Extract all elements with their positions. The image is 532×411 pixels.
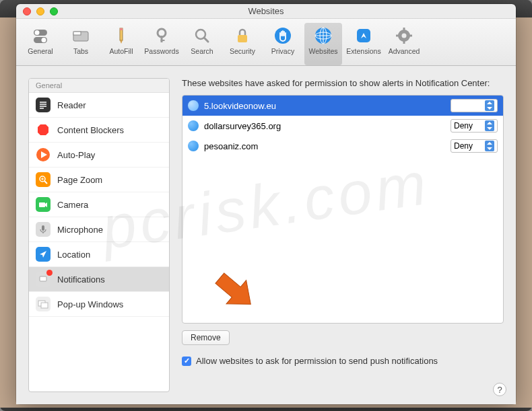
switch-icon xyxy=(30,26,51,46)
toolbar-label: Tabs xyxy=(73,47,88,55)
checkbox-label: Allow websites to ask for permission to … xyxy=(196,356,438,366)
titlebar: Websites xyxy=(16,4,516,19)
content-area: General Reader Content Blockers Auto-Pla… xyxy=(16,66,516,404)
main-header: These websites have asked for permission… xyxy=(182,78,504,88)
help-button[interactable]: ? xyxy=(493,383,506,396)
notification-badge xyxy=(46,270,53,276)
svg-rect-45 xyxy=(40,276,46,281)
sidebar-item-camera[interactable]: Camera xyxy=(29,192,169,217)
toolbar-label: Advanced xyxy=(389,47,420,55)
svg-marker-7 xyxy=(120,40,123,44)
preferences-window: Websites General Tabs AutoFill Passwords… xyxy=(16,4,516,404)
toolbar-security[interactable]: Security xyxy=(224,23,261,65)
sidebar-label: Reader xyxy=(57,100,86,110)
toolbar-label: Security xyxy=(230,47,255,55)
svg-line-13 xyxy=(204,38,208,42)
sidebar-header: General xyxy=(29,79,169,93)
sidebar-item-page-zoom[interactable]: Page Zoom xyxy=(29,167,169,192)
sidebar-item-microphone[interactable]: Microphone xyxy=(29,217,169,242)
sidebar-item-location[interactable]: Location xyxy=(29,242,169,267)
website-list: 5.lookvideonow.eu Allow dollarsurvey365.… xyxy=(182,95,504,324)
window-title: Websites xyxy=(16,6,516,16)
svg-rect-26 xyxy=(403,40,405,44)
microphone-icon xyxy=(36,222,51,237)
svg-point-1 xyxy=(35,30,40,35)
toolbar-search[interactable]: Search xyxy=(183,23,221,65)
svg-rect-10 xyxy=(161,36,163,42)
toolbar-extensions[interactable]: Extensions xyxy=(345,23,383,65)
sidebar: General Reader Content Blockers Auto-Pla… xyxy=(28,78,170,392)
sidebar-item-popup-windows[interactable]: Pop-up Windows xyxy=(29,292,169,317)
sidebar-label: Location xyxy=(57,250,90,260)
svg-rect-40 xyxy=(39,202,45,207)
lock-icon xyxy=(232,26,253,46)
stop-icon xyxy=(36,122,51,137)
svg-rect-42 xyxy=(42,225,44,231)
play-icon xyxy=(36,147,51,162)
svg-point-3 xyxy=(42,38,46,42)
zoom-icon xyxy=(36,172,51,187)
svg-rect-28 xyxy=(409,35,412,37)
search-icon xyxy=(192,26,212,46)
sidebar-label: Camera xyxy=(57,200,88,210)
remove-button[interactable]: Remove xyxy=(182,330,230,345)
main-panel: These websites have asked for permission… xyxy=(182,78,504,392)
website-name: 5.lookvideonow.eu xyxy=(204,101,445,111)
toolbar-label: Search xyxy=(191,47,213,55)
permission-select[interactable]: Deny xyxy=(451,139,498,153)
sidebar-item-reader[interactable]: Reader xyxy=(29,93,169,118)
svg-marker-44 xyxy=(40,251,46,258)
svg-rect-11 xyxy=(161,40,165,41)
website-name: pesoaniz.com xyxy=(204,141,445,151)
compass-icon xyxy=(354,26,374,46)
website-name: dollarsurvey365.org xyxy=(204,121,445,131)
svg-rect-27 xyxy=(396,35,399,37)
svg-marker-33 xyxy=(38,124,48,135)
svg-rect-47 xyxy=(41,303,48,308)
toolbar-label: AutoFill xyxy=(109,47,133,55)
globe-icon xyxy=(188,100,199,111)
sidebar-item-notifications[interactable]: Notifications xyxy=(29,267,169,292)
website-row[interactable]: 5.lookvideonow.eu Allow xyxy=(182,96,503,116)
website-row[interactable]: dollarsurvey365.org Deny xyxy=(182,116,503,136)
permission-select[interactable]: Deny xyxy=(451,119,498,133)
website-row[interactable]: pesoaniz.com Deny xyxy=(182,136,503,156)
svg-rect-25 xyxy=(403,28,405,31)
key-icon xyxy=(152,26,172,46)
permission-select[interactable]: Allow xyxy=(451,99,498,112)
sidebar-label: Auto-Play xyxy=(57,150,95,160)
toolbar-advanced[interactable]: Advanced xyxy=(385,23,423,65)
sidebar-label: Notifications xyxy=(57,274,105,285)
tabs-icon xyxy=(71,26,91,46)
reader-icon xyxy=(36,98,51,112)
location-icon xyxy=(36,247,51,262)
toolbar-passwords[interactable]: Passwords xyxy=(143,23,180,65)
toolbar-websites[interactable]: Websites xyxy=(304,23,342,65)
svg-marker-41 xyxy=(45,202,47,207)
sidebar-label: Content Blockers xyxy=(57,125,124,135)
svg-rect-14 xyxy=(238,35,247,42)
sidebar-item-auto-play[interactable]: Auto-Play xyxy=(29,143,169,167)
actions-row: Remove xyxy=(182,330,504,345)
toolbar-label: Extensions xyxy=(346,47,380,55)
sidebar-label: Microphone xyxy=(57,225,103,235)
updown-icon xyxy=(485,141,494,151)
toolbar-privacy[interactable]: Privacy xyxy=(264,23,302,65)
svg-point-24 xyxy=(402,34,407,38)
preferences-toolbar: General Tabs AutoFill Passwords Search S… xyxy=(16,19,516,66)
pencil-icon xyxy=(111,26,131,46)
toolbar-autofill[interactable]: AutoFill xyxy=(102,23,140,65)
allow-ask-row: Allow websites to ask for permission to … xyxy=(182,356,504,366)
toolbar-label: General xyxy=(28,47,53,55)
allow-ask-checkbox[interactable] xyxy=(182,357,191,366)
toolbar-general[interactable]: General xyxy=(22,23,59,65)
popup-icon xyxy=(36,297,51,311)
toolbar-label: Passwords xyxy=(144,47,178,55)
svg-rect-5 xyxy=(73,32,81,35)
toolbar-tabs[interactable]: Tabs xyxy=(62,23,100,65)
gear-icon xyxy=(394,26,414,46)
updown-icon xyxy=(485,100,494,111)
toolbar-label: Websites xyxy=(309,47,338,55)
sidebar-item-content-blockers[interactable]: Content Blockers xyxy=(29,118,169,143)
toolbar-label: Privacy xyxy=(271,47,294,55)
